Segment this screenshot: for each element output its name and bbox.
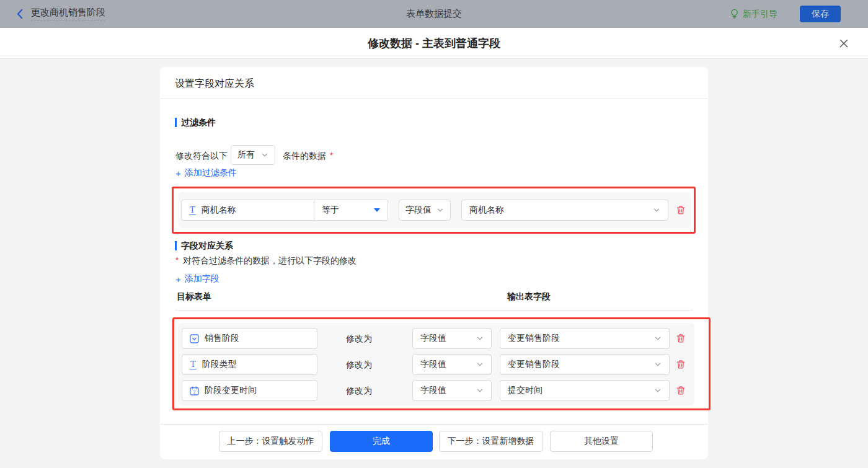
delete-mapping-row-icon[interactable]: [675, 333, 686, 344]
next-step-button[interactable]: 下一步：设置新增数据: [439, 431, 542, 452]
filter-section-bar: [175, 118, 177, 127]
filter-value-select[interactable]: 商机名称: [461, 200, 668, 221]
mapping-field-input[interactable]: 销售阶段: [182, 328, 317, 349]
mapping-value-select[interactable]: 变更销售阶段: [500, 354, 670, 375]
chevron-down-icon: [261, 151, 268, 159]
modal-title: 修改数据 - 主表到普通字段: [0, 28, 868, 58]
modify-label: 修改为: [346, 386, 372, 397]
delete-filter-row-icon[interactable]: [675, 205, 686, 216]
footer-divider: [160, 424, 708, 425]
mapping-value-type-select[interactable]: 字段值: [412, 328, 492, 349]
prev-step-button[interactable]: 上一步：设置触发动作: [219, 431, 322, 452]
card-header-divider: [160, 99, 708, 99]
chevron-down-icon: [476, 361, 484, 368]
mapping-value: 变更销售阶段: [508, 333, 560, 344]
required-asterisk: *: [330, 151, 333, 160]
mapping-value-type-select[interactable]: 字段值: [412, 380, 492, 401]
filter-field-value: 商机名称: [202, 205, 236, 216]
add-field-label: 添加字段: [185, 273, 219, 285]
add-filter-condition-link[interactable]: + 添加过滤条件: [175, 167, 237, 179]
modify-label: 修改为: [346, 360, 372, 371]
save-button[interactable]: 保存: [800, 6, 841, 22]
mapping-value-select[interactable]: 变更销售阶段: [500, 328, 670, 349]
chevron-down-icon: [653, 206, 660, 214]
chevron-down-icon: [476, 335, 484, 342]
filter-operator-value: 等于: [322, 205, 339, 216]
text-field-icon: T: [189, 206, 196, 215]
topbar: 更改商机销售阶段 表单数据提交 新手引导 保存: [0, 0, 868, 28]
other-settings-button[interactable]: 其他设置: [550, 431, 653, 452]
mapping-section-bar: [175, 241, 177, 250]
mapping-field-value: 阶段类型: [202, 359, 237, 370]
filter-operator-select[interactable]: 等于: [314, 200, 388, 221]
delete-mapping-row-icon[interactable]: [675, 385, 686, 396]
mapping-value-type-select[interactable]: 字段值: [412, 354, 492, 375]
done-button[interactable]: 完成: [330, 431, 433, 452]
mapping-value-type: 字段值: [420, 385, 446, 396]
caret-down-icon: [374, 208, 380, 212]
mapping-field-value: 销售阶段: [205, 333, 239, 344]
filter-value-type: 字段值: [405, 205, 432, 216]
beginner-guide-link[interactable]: 新手引导: [730, 8, 777, 20]
close-icon[interactable]: [838, 38, 849, 49]
required-asterisk: *: [175, 255, 179, 265]
match-type-value: 所有: [237, 149, 255, 161]
plus-icon: +: [175, 169, 181, 178]
mapping-description: 对符合过滤条件的数据，进行以下字段的修改: [183, 255, 356, 267]
match-type-select[interactable]: 所有: [231, 145, 275, 165]
mapping-field-value: 阶段变更时间: [205, 385, 257, 396]
filter-value-type-select[interactable]: 字段值: [399, 200, 451, 221]
beginner-guide-label: 新手引导: [743, 9, 777, 20]
delete-mapping-row-icon[interactable]: [675, 359, 686, 370]
filter-value: 商机名称: [469, 205, 504, 216]
mapping-value-type: 字段值: [420, 333, 446, 344]
filter-field-input[interactable]: T 商机名称: [181, 200, 317, 221]
chevron-down-icon: [654, 387, 662, 394]
add-field-link[interactable]: + 添加字段: [175, 273, 219, 285]
chevron-down-icon: [436, 206, 444, 214]
mapping-section-title: 字段对应关系: [181, 241, 233, 252]
mapping-field-input[interactable]: T 阶段类型: [182, 354, 317, 375]
add-filter-condition-label: 添加过滤条件: [185, 167, 237, 179]
date-field-icon: 7: [190, 386, 199, 395]
filter-section-title: 过滤条件: [181, 117, 216, 128]
lightbulb-icon: [730, 8, 739, 20]
card-title: 设置字段对应关系: [175, 77, 254, 91]
match-condition-suffix: 条件的数据: [283, 151, 326, 162]
chevron-down-icon: [654, 361, 662, 368]
text-field-icon: T: [190, 360, 197, 369]
modal-header: 修改数据 - 主表到普通字段: [0, 28, 868, 59]
modify-label: 修改为: [346, 333, 372, 345]
field-mapping-card: 设置字段对应关系 过滤条件 修改符合以下 所有 条件的数据 * + 添加过滤条件…: [160, 67, 708, 459]
mapping-field-input[interactable]: 7 阶段变更时间: [182, 380, 317, 401]
mapping-value: 提交时间: [508, 385, 542, 396]
chevron-down-icon: [476, 387, 484, 394]
plus-icon: +: [175, 275, 181, 284]
column-header-target: 目标表单: [177, 291, 211, 302]
svg-text:7: 7: [193, 389, 196, 394]
mapping-value-type: 字段值: [420, 359, 446, 370]
column-header-divider: [175, 310, 693, 311]
mapping-value: 变更销售阶段: [508, 359, 560, 370]
mapping-value-select[interactable]: 提交时间: [500, 380, 670, 401]
match-condition-prefix: 修改符合以下: [175, 151, 228, 162]
select-field-icon: [190, 334, 199, 343]
chevron-down-icon: [654, 335, 662, 342]
column-header-output: 输出表字段: [507, 291, 551, 302]
